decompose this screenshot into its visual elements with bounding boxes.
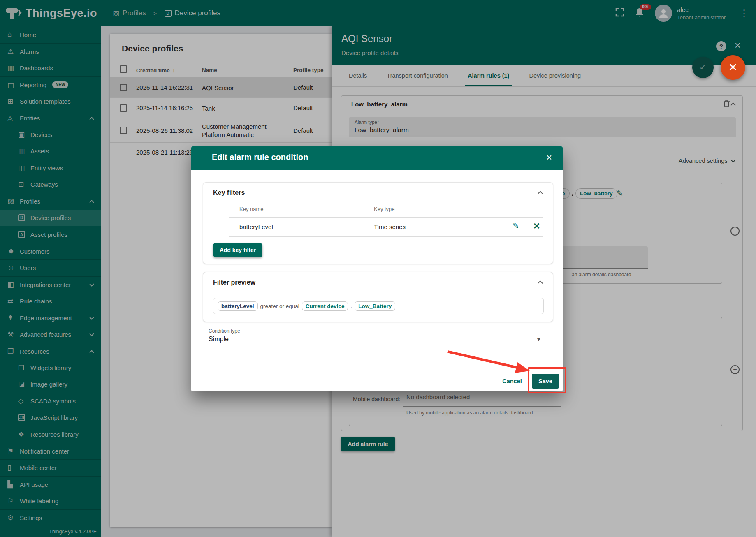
add-key-filter-button[interactable]: Add key filter	[213, 243, 262, 257]
condition-type-value: Simple	[209, 336, 229, 343]
dropdown-arrow-icon: ▼	[536, 336, 541, 343]
edit-alarm-rule-condition-dialog: Edit alarm rule condition × Key filters …	[191, 146, 563, 391]
column-key-type: Key type	[374, 206, 395, 212]
condition-type-select[interactable]: Condition type Simple ▼	[203, 327, 545, 347]
app-root: ThingsEye.io ▨ Profiles > D Device profi…	[0, 0, 756, 537]
close-dialog-icon[interactable]: ×	[546, 152, 552, 163]
key-chip: batteryLevel	[218, 301, 258, 311]
key-filters-card: Key filters Key name Key type batteryLev…	[203, 182, 553, 264]
dialog-title: Edit alarm rule condition	[212, 153, 308, 162]
key-filters-title: Key filters	[213, 189, 245, 197]
remove-key-filter-icon[interactable]: ✕	[533, 221, 540, 231]
key-filter-name: batteryLevel	[239, 223, 273, 230]
divider	[229, 217, 543, 218]
column-key-name: Key name	[239, 206, 264, 212]
save-button[interactable]: Save	[532, 374, 559, 389]
dot-separator: .	[350, 303, 352, 309]
collapse-icon[interactable]	[538, 191, 543, 196]
filter-preview-card: Filter preview batteryLevel greater or e…	[203, 272, 553, 322]
operation-text: greater or equal	[260, 303, 299, 309]
divider	[229, 236, 543, 237]
entity-chip: Current device	[302, 301, 348, 311]
collapse-icon[interactable]	[538, 280, 543, 286]
condition-type-label: Condition type	[209, 328, 240, 334]
discard-changes-fab[interactable]: ✕	[721, 55, 745, 80]
edit-key-filter-icon[interactable]: ✎	[513, 221, 519, 231]
key-filter-type: Time series	[374, 223, 406, 230]
filter-preview-box: batteryLevel greater or equal Current de…	[213, 298, 544, 314]
filter-preview-title: Filter preview	[213, 279, 255, 286]
value-chip: Low_Battery	[355, 301, 395, 311]
cancel-button[interactable]: Cancel	[498, 374, 526, 389]
dialog-header: Edit alarm rule condition ×	[191, 146, 563, 170]
